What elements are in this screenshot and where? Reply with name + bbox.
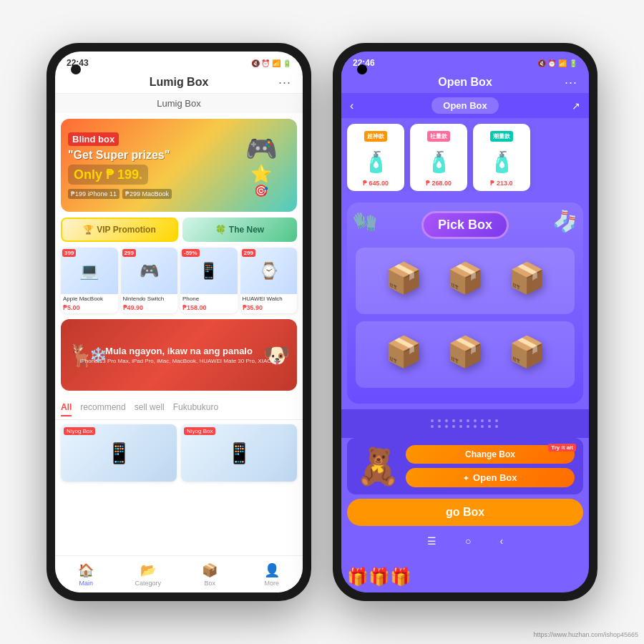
cat-tag-1: 超神款 bbox=[364, 131, 387, 142]
cat-tag-2: 社量款 bbox=[427, 131, 450, 142]
box-shelf-2: 📦 📦 📦 bbox=[356, 321, 575, 388]
status-icons-2: 🔇 ⏰ 📶 🔋 bbox=[537, 59, 577, 67]
nav-tab-all[interactable]: All bbox=[61, 402, 72, 416]
vip-label: VIP Promotion bbox=[97, 225, 155, 235]
product-card-1[interactable]: 💻 399 Apple MacBook ₱5.00 bbox=[61, 248, 118, 313]
banner-text: Blind box "Get Super prizes" Only ₱ 199.… bbox=[68, 132, 172, 199]
header-menu-2[interactable]: ··· bbox=[565, 75, 577, 90]
product-price-4: ₱35.90 bbox=[240, 303, 298, 313]
cat-price-2: ₱ 268.00 bbox=[414, 180, 463, 187]
new-tab[interactable]: 🍀 The New bbox=[182, 218, 297, 242]
back-icon[interactable]: ‹ bbox=[350, 99, 353, 112]
product-emoji-1: 💻 bbox=[79, 262, 99, 280]
phone-2-screen: 22:46 🔇 ⏰ 📶 🔋 Open Box ··· ‹ Open Box ↗ … bbox=[341, 52, 589, 592]
status-bar-2: 22:46 🔇 ⏰ 📶 🔋 bbox=[341, 52, 589, 72]
phone-2: 22:46 🔇 ⏰ 📶 🔋 Open Box ··· ‹ Open Box ↗ … bbox=[333, 43, 597, 601]
phone-1-notch bbox=[71, 64, 81, 74]
more-icon: 👤 bbox=[264, 562, 280, 578]
pick-box-title: Pick Box bbox=[421, 211, 509, 239]
try-it-tag: Try it ait bbox=[548, 444, 576, 452]
inner-nav-title: Open Box bbox=[431, 97, 498, 114]
product-badge-2: 299 bbox=[122, 249, 136, 257]
change-box-button[interactable]: Change Box Try it ait bbox=[406, 445, 575, 464]
category-tabs: 🏆 VIP Promotion 🍀 The New bbox=[61, 218, 297, 242]
product-price-1: ₱5.00 bbox=[61, 303, 118, 313]
cat-item-2[interactable]: 社量款 🧴 ₱ 268.00 bbox=[410, 124, 467, 191]
mystery-box-4[interactable]: 📦 bbox=[379, 328, 429, 375]
dots-section bbox=[341, 409, 589, 438]
product-card-3[interactable]: 📱 -59% Phone ₱158.00 bbox=[180, 248, 238, 313]
box-bottom-controls: 🧸 🎁🎁🎁 Change Box Try it ait ✦ Open Box bbox=[347, 438, 583, 494]
cat-tag-3: 潮量款 bbox=[490, 131, 513, 142]
bottom-nav-box[interactable]: 📦 Box bbox=[179, 556, 241, 592]
phone2-app-header: Open Box ··· bbox=[341, 72, 589, 93]
pick-box-section: 🧤 🧦 Pick Box 📦 📦 📦 📦 bbox=[347, 203, 583, 404]
product-price-2: ₱49.90 bbox=[121, 303, 178, 313]
sub-header-1: Lumig Box bbox=[55, 94, 303, 113]
bottom-nav-category[interactable]: 📂 Category bbox=[117, 556, 180, 592]
box-row-2: 📦 📦 📦 bbox=[363, 328, 567, 375]
pick-box-header: Pick Box bbox=[356, 211, 575, 239]
nav-tab-sellwell[interactable]: sell well bbox=[135, 402, 165, 416]
android-menu-btn[interactable]: ☰ bbox=[427, 535, 436, 547]
mystery-box-1[interactable]: 📦 bbox=[379, 255, 429, 301]
product-name-1: Apple MacBook bbox=[61, 294, 118, 303]
go-box-button[interactable]: go Box bbox=[347, 499, 583, 526]
nav-tab-recommend[interactable]: recommend bbox=[80, 402, 125, 416]
product-badge-4: 299 bbox=[242, 249, 255, 257]
banner-sub-2: ₱299 MacBook bbox=[122, 189, 172, 199]
vip-tab[interactable]: 🏆 VIP Promotion bbox=[61, 218, 178, 242]
phone-1-screen: 22:43 🔇 ⏰ 📶 🔋 Lumig Box ··· Lumig Box Bl… bbox=[55, 52, 303, 592]
banner-super-prizes: "Get Super prizes" bbox=[68, 149, 170, 161]
main-icon: 🏠 bbox=[78, 562, 94, 578]
deco-stocking: 🧦 bbox=[550, 208, 579, 235]
cats-scroll[interactable]: 超神款 🧴 ₱ 645.00 社量款 🧴 ₱ 268.00 潮量款 🧴 ₱ 21… bbox=[347, 124, 583, 191]
app-header-1: Lumig Box ··· bbox=[55, 72, 303, 94]
cat-img-1: 🧴 bbox=[351, 144, 400, 180]
open-box-label: Open Box bbox=[473, 472, 517, 483]
bear-character: 🧸 bbox=[356, 446, 400, 487]
header-menu-1[interactable]: ··· bbox=[278, 75, 291, 90]
cat-price-3: ₱ 213.0 bbox=[477, 180, 526, 187]
cat-all[interactable]: All bbox=[536, 124, 557, 191]
android-home-btn[interactable]: ○ bbox=[465, 535, 471, 547]
promo-sub-text: iPhone 13 Pro Max, iPad Pro, iMac, MacBo… bbox=[80, 358, 278, 364]
category-label: Category bbox=[135, 580, 161, 587]
mystery-box-5[interactable]: 📦 bbox=[440, 328, 490, 375]
cat-img-3: 🧴 bbox=[477, 144, 526, 180]
product-img-3: 📱 -59% bbox=[180, 248, 238, 294]
new-icon: 🍀 bbox=[215, 225, 226, 235]
prod-item-1[interactable]: 📱 Niyog Box bbox=[61, 424, 177, 482]
product-price-3: ₱158.00 bbox=[180, 303, 238, 313]
promo-main-text: Mula ngayon, ikaw na ang panalo bbox=[80, 346, 278, 356]
prod-item-2[interactable]: 📱 Niyog Box bbox=[181, 424, 297, 482]
box-icon: 📦 bbox=[202, 562, 218, 578]
android-back-btn[interactable]: ‹ bbox=[499, 535, 503, 547]
banner-price: Only ₱ 199. bbox=[68, 165, 148, 185]
product-card-4[interactable]: ⌚ 299 HUAWEI Watch ₱35.90 bbox=[240, 248, 298, 313]
phone1-scroll-content[interactable]: Blind box "Get Super prizes" Only ₱ 199.… bbox=[55, 113, 303, 582]
mystery-box-2[interactable]: 📦 bbox=[440, 255, 490, 301]
inner-nav: ‹ Open Box ↗ bbox=[341, 93, 589, 118]
bottom-nav-more[interactable]: 👤 More bbox=[241, 556, 303, 592]
share-icon[interactable]: ↗ bbox=[572, 100, 580, 112]
mystery-box-3[interactable]: 📦 bbox=[502, 255, 552, 301]
mystery-box-6[interactable]: 📦 bbox=[502, 328, 552, 375]
banner-blind-label: Blind box bbox=[68, 132, 119, 146]
status-icons-1: 🔇 ⏰ 📶 🔋 bbox=[251, 59, 291, 67]
cat-item-3[interactable]: 潮量款 🧴 ₱ 213.0 bbox=[473, 124, 530, 191]
product-card-2[interactable]: 🎮 299 Nintendo Switch ₱49.90 bbox=[121, 248, 178, 313]
cat-price-1: ₱ 645.00 bbox=[351, 180, 400, 187]
open-box-button[interactable]: ✦ Open Box bbox=[406, 468, 575, 487]
deco-mittens: 🧤 bbox=[351, 208, 379, 235]
nav-tab-fukubukuro[interactable]: Fukubukuro bbox=[173, 402, 218, 416]
promo-banner-2-text: Mula ngayon, ikaw na ang panalo iPhone 1… bbox=[80, 346, 278, 364]
go-box-label: go Box bbox=[446, 506, 484, 518]
box-bottom-inner: 🧸 🎁🎁🎁 Change Box Try it ait ✦ Open Box bbox=[356, 445, 575, 487]
main-banner[interactable]: Blind box "Get Super prizes" Only ₱ 199.… bbox=[61, 119, 297, 212]
promo-banner-2[interactable]: 🦌 ❄️ Mula ngayon, ikaw na ang panalo iPh… bbox=[61, 319, 297, 391]
cat-item-1[interactable]: 超神款 🧴 ₱ 645.00 bbox=[347, 124, 404, 191]
prod-badge-2: Niyog Box bbox=[184, 427, 215, 435]
prod-item-img-1: 📱 Niyog Box bbox=[61, 424, 177, 482]
bottom-nav-main[interactable]: 🏠 Main bbox=[55, 556, 117, 592]
